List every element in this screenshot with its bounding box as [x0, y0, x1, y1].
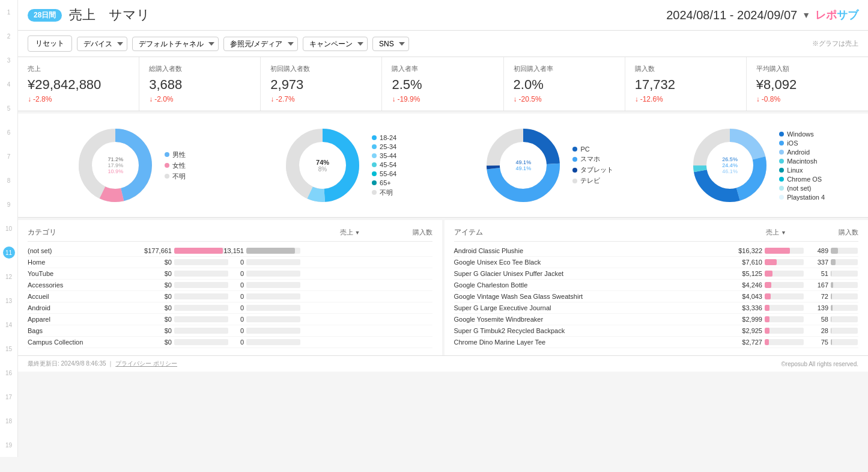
age-unknown-dot — [372, 190, 377, 195]
item-name: Google Vintage Wash Sea Glass Sweatshirt — [454, 293, 727, 300]
cat-revenue: $0 — [106, 304, 172, 311]
item-purchases-bar — [831, 282, 833, 288]
unknown-color-dot — [165, 174, 169, 179]
legend-tablet: タブレット — [572, 165, 613, 174]
item-name: Chrome Dino Marine Layer Tee — [454, 339, 727, 346]
legend-smartphone: スマホ — [572, 155, 613, 164]
age-unknown-label: 不明 — [380, 188, 393, 197]
item-purchases-bar-wrap — [831, 328, 858, 334]
item-col-header: アイテム — [454, 227, 709, 238]
line-7: 7 — [0, 144, 17, 168]
not-set-os-dot — [779, 186, 784, 191]
item-name: Google Yosemite Windbreaker — [454, 316, 727, 323]
table-row: Accueil $0 0 — [28, 291, 432, 302]
metric-purchases: 購入数 17,732 ↓ -12.6% — [625, 57, 747, 111]
gender-center-text: 71.2% 17.9% 10.9% — [108, 156, 124, 174]
reset-button[interactable]: リセット — [28, 35, 72, 52]
male-label: 男性 — [172, 150, 186, 159]
line-1: 1 — [0, 0, 17, 24]
legend-age-18-24: 18-24 — [372, 134, 396, 141]
metric-avg-purchase-label: 平均購入額 — [756, 64, 858, 73]
down-arrow-icon: ↓ — [635, 95, 639, 103]
cat-purchases: 0 — [184, 327, 244, 334]
table-row: Home $0 0 — [28, 257, 432, 268]
cat-purchases: 0 — [184, 304, 244, 311]
device-filter[interactable]: デバイス — [77, 37, 127, 51]
date-range: 2024/08/11 - 2024/09/07 — [666, 8, 797, 22]
cat-purchases: 0 — [184, 259, 244, 266]
item-purchases-bar — [831, 248, 838, 254]
cat-col-header: カテゴリ — [28, 227, 106, 238]
table-row: Super G Glacier Unisex Puffer Jacket $5,… — [454, 268, 859, 280]
legend-age-55-64: 55-64 — [372, 170, 396, 177]
metric-revenue: 売上 ¥29,842,880 ↓ -2.8% — [18, 57, 139, 111]
metrics-grid: 売上 ¥29,842,880 ↓ -2.8% 総購入者数 3,688 ↓ -2.… — [18, 57, 868, 111]
item-revenue: $2,999 — [726, 316, 762, 323]
legend-age-45-54: 45-54 — [372, 161, 396, 168]
metric-buyers-label: 総購入者数 — [149, 64, 250, 73]
age-legend: 18-24 25-34 35-44 45-54 — [372, 134, 396, 197]
item-purchases-bar — [831, 339, 832, 345]
item-revenue-header[interactable]: 売上 ▼ — [708, 228, 786, 237]
item-purchases-bar — [831, 271, 831, 277]
sort-down-icon-items: ▼ — [781, 230, 786, 236]
item-revenue-bar-wrap — [765, 259, 804, 265]
channel-filter[interactable]: デフォルトチャネル — [132, 37, 219, 51]
tv-label: テレビ — [580, 176, 600, 185]
item-revenue-bar — [765, 248, 790, 254]
age-donut: 74% 8% — [281, 123, 365, 207]
cat-purchases-bar-wrap — [246, 248, 300, 254]
item-purchases: 75 — [804, 339, 828, 346]
item-name: Super G Large Executive Journal — [454, 304, 727, 311]
item-purchases-bar-wrap — [831, 339, 858, 345]
legend-unknown: 不明 — [165, 172, 186, 181]
item-revenue-bar-wrap — [765, 328, 804, 334]
cat-revenue: $177,661 — [106, 247, 172, 254]
item-purchases: 167 — [804, 281, 828, 289]
gender-chart: 71.2% 17.9% 10.9% 男性 女性 — [28, 123, 232, 207]
metric-revenue-value: ¥29,842,880 — [28, 77, 129, 93]
item-revenue-bar-wrap — [765, 293, 804, 299]
item-name: Android Classic Plushie — [454, 247, 727, 254]
male-color-dot — [165, 152, 169, 157]
metric-buyer-rate: 購入者率 2.5% ↓ -19.9% — [382, 57, 503, 111]
privacy-link[interactable]: プライバシー ポリシー — [115, 360, 177, 367]
legend-not-set-os: (not set) — [779, 185, 825, 192]
item-purchases-bar-wrap — [831, 305, 858, 311]
table-row: Apparel $0 0 — [28, 314, 432, 325]
table-row: Super G Timbuk2 Recycled Backpack $2,925… — [454, 325, 859, 337]
android-os-label: Android — [787, 149, 810, 156]
age-chart: 74% 8% 18-24 25-34 35-44 — [237, 123, 441, 207]
line-9: 9 — [0, 192, 17, 216]
tablet-label: タブレット — [580, 165, 613, 174]
cat-purchases-bar-wrap — [246, 316, 300, 322]
metric-buyer-rate-label: 購入者率 — [392, 64, 493, 73]
item-purchases: 58 — [804, 316, 828, 323]
item-revenue: $4,043 — [726, 293, 762, 300]
table-row: YouTube $0 0 — [28, 268, 432, 280]
cat-name: YouTube — [28, 270, 106, 277]
legend-macintosh: Macintosh — [779, 158, 825, 165]
device-chart: 49.1% 49.1% PC スマホ タブレット — [446, 123, 650, 207]
playstation-label: Playstation 4 — [787, 194, 825, 201]
campaign-filter[interactable]: キャンペーン — [303, 37, 368, 51]
item-purchases-bar-wrap — [831, 248, 858, 254]
line-11[interactable]: 11 — [0, 241, 17, 265]
item-revenue: $3,336 — [726, 304, 762, 311]
date-dropdown-icon[interactable]: ▼ — [802, 10, 810, 20]
cat-purchases: 13,151 — [184, 247, 244, 254]
item-purchases: 51 — [804, 270, 828, 277]
refmedia-filter[interactable]: 参照元/メディア — [223, 37, 298, 51]
cat-revenue-header[interactable]: 売上 ▼ — [288, 228, 360, 237]
age-18-24-dot — [372, 135, 377, 140]
metric-new-buyer-rate-change: ↓ -20.5% — [514, 95, 615, 103]
cat-name: Bags — [28, 327, 106, 334]
female-color-dot — [165, 163, 169, 168]
age-18-24-label: 18-24 — [380, 134, 396, 141]
legend-chromeos: Chrome OS — [779, 176, 825, 183]
os-center-text: 26.5% 24.4% 46.1% — [722, 156, 738, 174]
cat-purchases-bar-wrap — [246, 305, 300, 311]
table-row: Chrome Dino Marine Layer Tee $2,727 75 — [454, 337, 859, 348]
playstation-dot — [779, 195, 784, 200]
sns-filter[interactable]: SNS — [372, 37, 409, 51]
